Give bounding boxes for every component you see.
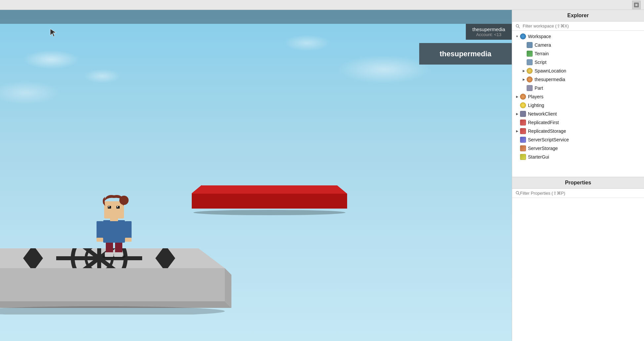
tree-arrow-serverscriptservice [515, 137, 519, 142]
svg-rect-38 [125, 221, 132, 239]
tree-item-serverstorage[interactable]: ServerStorage [512, 144, 644, 153]
cursor [50, 28, 58, 39]
svg-rect-46 [108, 206, 109, 207]
tree-arrow-camera [521, 42, 526, 48]
explorer-title: Explorer [567, 13, 589, 18]
tree-icon-replicatedfirst [520, 120, 526, 125]
tree-icon-replicatedstorage [520, 128, 526, 134]
svg-rect-39 [97, 238, 103, 242]
filter-search-icon [515, 24, 520, 28]
tree-arrow-replicatedfirst [515, 120, 519, 125]
tree-label-spawnlocation: SpawnLocation [535, 68, 566, 73]
tree-icon-networkclient [520, 111, 526, 117]
tree-arrow-players[interactable]: ▶ [515, 94, 519, 99]
tree-icon-script [527, 59, 533, 65]
svg-rect-42 [104, 201, 124, 219]
viewport[interactable]: thesupermedia Account: <13 thesupermedia [0, 10, 512, 341]
tree-item-replicatedstorage[interactable]: ▶ReplicatedStorage [512, 127, 644, 135]
svg-marker-19 [192, 185, 347, 194]
tree-arrow-startergui [515, 154, 519, 160]
properties-filter[interactable] [512, 189, 644, 198]
filter-input[interactable] [523, 24, 641, 28]
tree-label-players: Players [528, 94, 543, 99]
svg-line-51 [518, 194, 520, 195]
svg-marker-16 [225, 268, 231, 308]
tree-arrow-networkclient[interactable]: ▶ [515, 111, 519, 117]
tree-item-spawnlocation[interactable]: ▶SpawnLocation [512, 67, 644, 75]
tree-arrow-lighting [515, 103, 519, 108]
top-bar [0, 0, 644, 10]
tree-arrow-thesupermedia[interactable]: ▶ [521, 77, 526, 82]
tree-arrow-workspace[interactable]: ▼ [515, 34, 519, 39]
tree-icon-serverstorage [520, 145, 526, 151]
svg-rect-34 [105, 252, 113, 257]
tree-label-workspace: Workspace [528, 34, 551, 39]
avatar-name-text: thesupermedia [440, 50, 492, 58]
tree-arrow-serverstorage [515, 146, 519, 151]
tree-icon-startergui [520, 154, 526, 160]
tree-label-replicatedfirst: ReplicatedFirst [528, 120, 559, 125]
tree-item-lighting[interactable]: Lighting [512, 101, 644, 110]
svg-marker-2 [50, 29, 56, 37]
character [96, 189, 132, 258]
tree-icon-players [520, 94, 526, 100]
tree-item-workspace[interactable]: ▼Workspace [512, 32, 644, 41]
tree-item-serverscriptservice[interactable]: ServerScriptService [512, 135, 644, 144]
svg-rect-37 [97, 221, 103, 239]
tree-item-startergui[interactable]: StarterGui [512, 153, 644, 161]
svg-rect-36 [103, 220, 125, 243]
tree-label-serverscriptservice: ServerScriptService [528, 137, 569, 142]
tree-item-script[interactable]: Script [512, 58, 644, 67]
svg-rect-47 [117, 206, 118, 207]
tree-label-script: Script [535, 60, 546, 65]
tree-arrow-part [521, 85, 526, 91]
tree-icon-workspace [520, 33, 526, 39]
tree-icon-thesupermedia [527, 76, 533, 82]
tree-item-networkclient[interactable]: ▶NetworkClient [512, 110, 644, 118]
tree-label-thesupermedia: thesupermedia [535, 77, 565, 82]
tree-label-startergui: StarterGui [528, 154, 549, 160]
tree-item-thesupermedia[interactable]: ▶thesupermedia [512, 75, 644, 84]
properties-search-icon [515, 191, 520, 195]
svg-line-49 [518, 27, 520, 28]
svg-point-50 [516, 191, 519, 194]
tree-icon-part [527, 85, 533, 91]
svg-point-48 [516, 24, 519, 27]
tree-item-replicatedfirst[interactable]: ReplicatedFirst [512, 118, 644, 127]
tree-icon-terrain [527, 51, 533, 57]
tree-item-terrain[interactable]: Terrain [512, 49, 644, 58]
tree-arrow-terrain [521, 51, 526, 56]
tree-icon-lighting [520, 102, 526, 108]
tree-arrow-script [521, 60, 526, 65]
username-label: thesupermedia [472, 26, 505, 32]
tree-label-terrain: Terrain [535, 51, 549, 56]
tree-icon-serverscriptservice [520, 137, 526, 143]
red-platform [192, 182, 347, 215]
properties-filter-input[interactable] [520, 191, 641, 196]
avatar-name-box: thesupermedia [419, 43, 512, 65]
tree-label-camera: Camera [535, 42, 551, 48]
properties-body [512, 198, 644, 341]
tree-item-part[interactable]: Part [512, 84, 644, 92]
account-label: Account: <13 [476, 32, 501, 37]
tree-item-camera[interactable]: Camera [512, 41, 644, 49]
svg-point-22 [193, 210, 345, 215]
svg-marker-15 [0, 268, 225, 301]
tree-label-lighting: Lighting [528, 103, 544, 108]
viewport-header [0, 10, 512, 24]
svg-marker-20 [192, 194, 347, 209]
tree-label-replicatedstorage: ReplicatedStorage [528, 128, 566, 134]
user-info-popup: thesupermedia Account: <13 [466, 24, 512, 40]
svg-rect-35 [114, 252, 123, 257]
right-panel: Explorer ▼WorkspaceCameraTerrainScript▶S… [512, 10, 644, 341]
svg-rect-40 [125, 238, 132, 242]
tree-arrow-spawnlocation[interactable]: ▶ [521, 68, 526, 73]
tree-label-part: Part [535, 85, 543, 91]
maximize-icon[interactable] [632, 1, 641, 9]
tree-arrow-replicatedstorage[interactable]: ▶ [515, 128, 519, 134]
tree-item-players[interactable]: ▶Players [512, 92, 644, 101]
filter-bar[interactable] [512, 22, 644, 31]
properties-header: Properties [512, 177, 644, 189]
properties-title: Properties [565, 180, 591, 185]
tree-label-networkclient: NetworkClient [528, 111, 557, 117]
